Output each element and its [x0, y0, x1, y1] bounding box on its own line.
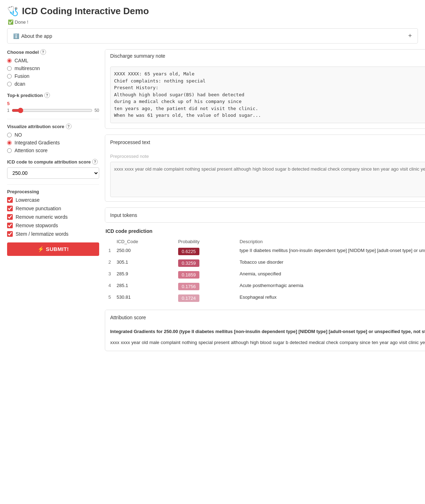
prob-badge: 0.1756 — [178, 283, 199, 290]
input-tokens-header[interactable]: Input tokens + — [105, 208, 425, 222]
preprocessed-text-box: xxxx xxxx year old male complaint nothin… — [110, 162, 425, 197]
attribution-word: sugar — [273, 340, 284, 345]
description-cell: Acute posthemorrhagic anemia — [237, 281, 425, 292]
input-tokens-panel: Input tokens + — [105, 207, 425, 223]
attribution-word: year — [380, 340, 389, 345]
icd-table: ICD_Code Probability Description 1 250.0… — [106, 237, 425, 304]
description-cell: type II diabetes mellitus [non-insulin d… — [237, 246, 425, 257]
attribution-panel-header[interactable]: Attribution score − — [105, 310, 425, 325]
attribution-word: although — [231, 340, 249, 345]
sidebar: Choose model ? CAML multirescnn Fusion d… — [7, 49, 99, 357]
checkbox-remove-punctuation[interactable]: Remove punctuation — [7, 206, 99, 211]
col-header-prob: Probability — [175, 237, 237, 246]
preprocessed-panel-header[interactable]: Preprocessed text − — [105, 135, 425, 149]
icd-code-cell: 285.1 — [114, 281, 175, 292]
viz-radio-group: NO Integrated Gradients Attention score — [7, 132, 99, 153]
model-option-dcan[interactable]: dcan — [7, 81, 99, 87]
viz-help-icon[interactable]: ? — [66, 124, 72, 129]
discharge-panel: Discharge summary note XXXX XXXX: 65 yea… — [105, 49, 425, 129]
attribution-word: present — [214, 340, 230, 345]
model-option-fusion[interactable]: Fusion — [7, 73, 99, 79]
icd-code-select[interactable]: 250.00 — [7, 167, 99, 179]
info-icon: ℹ️ — [13, 33, 19, 39]
attribution-word: xxxx — [110, 340, 119, 345]
attribution-word: since — [359, 340, 370, 345]
topk-slider-row: 1 50 — [7, 108, 99, 113]
col-header-num — [106, 237, 114, 246]
discharge-panel-body: XXXX XXXX: 65 years old, Male Chief comp… — [105, 62, 425, 128]
attribution-panel-title: Attribution score — [110, 315, 146, 320]
probability-cell: 0.1756 — [175, 281, 237, 292]
topk-min: 1 — [7, 108, 10, 113]
attribution-for: for 250.00 — [157, 329, 178, 334]
about-toggle-icon: + — [408, 32, 412, 40]
attribution-word: male — [149, 340, 159, 345]
table-row: 5 530.81 0.1724 Esophageal reflux — [106, 292, 425, 304]
model-option-multirescnn[interactable]: multirescnn — [7, 65, 99, 71]
model-help-icon[interactable]: ? — [40, 49, 46, 55]
row-num: 2 — [106, 257, 114, 269]
attribution-word: high — [250, 340, 259, 345]
prob-badge: 0.6225 — [178, 248, 199, 255]
discharge-panel-header[interactable]: Discharge summary note — [105, 50, 425, 62]
content-area: Discharge summary note XXXX XXXX: 65 yea… — [105, 49, 425, 357]
icd-help-icon[interactable]: ? — [92, 159, 98, 165]
checkbox-stem-lemmatize[interactable]: Stem / lemmatize words — [7, 231, 99, 237]
checkbox-lowercase[interactable]: Lowercase — [7, 197, 99, 203]
submit-button[interactable]: ⚡ SUBMIT! — [7, 242, 99, 256]
about-text: About the app — [21, 33, 52, 39]
attribution-word: ago — [390, 340, 398, 345]
topk-value: 5 — [7, 101, 99, 106]
description-cell: Anemia, unspecified — [237, 269, 425, 281]
attribution-text: xxxxxxxxyearoldmalecomplaintnothingspeci… — [110, 338, 425, 346]
probability-cell: 0.1724 — [175, 292, 237, 304]
model-section-title: Choose model ? — [7, 49, 99, 55]
description-cell: Esophageal reflux — [237, 292, 425, 304]
col-header-code: ICD_Code — [114, 237, 175, 246]
viz-section: Visualize attribution score ? NO Integra… — [7, 124, 99, 153]
attribution-header: Integrated Gradients for 250.00 (type II… — [110, 329, 425, 334]
row-num: 5 — [106, 292, 114, 304]
attribution-word: clinic — [408, 340, 419, 345]
viz-option-no[interactable]: NO — [7, 132, 99, 138]
probability-cell: 0.3259 — [175, 257, 237, 269]
main-layout: Choose model ? CAML multirescnn Fusion d… — [7, 49, 418, 357]
attribution-word: b — [286, 340, 288, 345]
viz-option-attention[interactable]: Attention score — [7, 148, 99, 153]
input-tokens-title: Input tokens — [110, 212, 137, 218]
attribution-word: detected — [290, 340, 307, 345]
prob-badge: 0.1724 — [178, 294, 199, 302]
attribution-word: year — [420, 340, 425, 345]
attribution-panel: Attribution score − Integrated Gradients… — [105, 310, 425, 351]
attribution-word: year — [131, 340, 140, 345]
col-header-desc: Description — [237, 237, 425, 246]
prob-badge: 0.3259 — [178, 259, 199, 267]
discharge-panel-title: Discharge summary note — [110, 53, 165, 59]
attribution-word: visit — [399, 340, 407, 345]
model-option-caml[interactable]: CAML — [7, 58, 99, 63]
table-row: 1 250.00 0.6225 type II diabetes mellitu… — [106, 246, 425, 257]
attribution-word: medical — [309, 340, 325, 345]
prob-badge: 0.1859 — [178, 271, 199, 279]
viz-section-title: Visualize attribution score ? — [7, 124, 99, 129]
status-badge: ✅ Done ! — [7, 19, 418, 25]
topk-slider[interactable] — [12, 108, 92, 113]
table-row: 4 285.1 0.1756 Acute posthemorrhagic ane… — [106, 281, 425, 292]
checkbox-remove-stopwords[interactable]: Remove stopwords — [7, 223, 99, 228]
row-num: 4 — [106, 281, 114, 292]
topk-max: 50 — [95, 108, 99, 113]
preprocessing-section: Preprocessing Lowercase Remove punctuati… — [7, 189, 99, 237]
preprocessed-panel: Preprocessed text − Preprocessed note xx… — [105, 134, 425, 202]
attribution-word: ten — [372, 340, 378, 345]
attribution-word: xxxx — [121, 340, 130, 345]
topk-help-icon[interactable]: ? — [44, 92, 50, 98]
probability-cell: 0.1859 — [175, 269, 237, 281]
discharge-textarea[interactable]: XXXX XXXX: 65 years old, Male Chief comp… — [110, 67, 425, 123]
topk-section-title: Top-k prediction ? — [7, 92, 99, 98]
attribution-word: special — [198, 340, 212, 345]
table-row: 2 305.1 0.3259 Tobacco use disorder — [106, 257, 425, 269]
icd-code-title: ICD code to compute attribution score ? — [7, 159, 99, 165]
viz-option-integrated[interactable]: Integrated Gradients — [7, 140, 99, 145]
about-section[interactable]: ℹ️ About the app + — [7, 28, 418, 44]
checkbox-remove-numeric[interactable]: Remove numeric words — [7, 214, 99, 220]
